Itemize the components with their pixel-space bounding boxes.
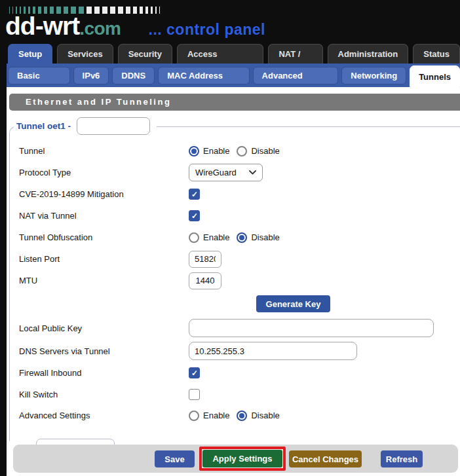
tab-services[interactable]: Services — [57, 44, 113, 64]
nat-via-tunnel-label: NAT via Tunnel — [19, 211, 189, 221]
brand-suffix: .com — [79, 18, 121, 39]
protocol-type-select[interactable]: WireGuard — [189, 164, 263, 181]
row-listen-port: Listen Port — [10, 248, 460, 270]
kill-switch-label: Kill Switch — [19, 390, 189, 399]
refresh-button[interactable]: Refresh — [381, 450, 423, 467]
firewall-inbound-label: Firewall Inbound — [19, 368, 189, 378]
tab-status[interactable]: Status — [413, 44, 460, 64]
local-public-key-label: Local Public Key — [19, 323, 189, 333]
tab-administration[interactable]: Administration — [328, 44, 409, 64]
brand-text: dd-wrt — [5, 12, 79, 41]
advanced-settings-label: Advanced Settings — [19, 411, 189, 420]
tab-nat-qos[interactable]: NAT / QoS — [268, 44, 322, 64]
tunnel-enable-option: Enable — [203, 146, 229, 156]
subtab-ddns[interactable]: DDNS — [112, 67, 155, 84]
apply-settings-button[interactable]: Apply Settings — [202, 450, 282, 467]
tunnel-label: Tunnel — [19, 146, 189, 156]
generate-key-button[interactable]: Generate Key — [256, 295, 330, 312]
row-kill-switch: Kill Switch — [10, 384, 460, 405]
advanced-enable-radio[interactable] — [189, 411, 199, 421]
listen-port-label: Listen Port — [19, 254, 189, 264]
action-bar: Save Apply Settings Cancel Changes Refre… — [13, 445, 458, 473]
save-button[interactable]: Save — [155, 450, 195, 467]
tunnel-disable-option: Disable — [251, 146, 279, 156]
tunnel-legend: Tunnel oet1 - — [14, 117, 157, 135]
tunnel-legend-label: Tunnel oet1 - — [16, 121, 71, 131]
row-protocol-type: Protocol Type WireGuard — [10, 162, 460, 183]
content: Ethernet and IP Tunneling Tunnel oet1 - … — [7, 87, 460, 476]
logo: dd-wrt .com ... control panel — [5, 12, 265, 41]
section-header: Ethernet and IP Tunneling — [9, 94, 460, 111]
row-nat-via-tunnel: NAT via Tunnel — [10, 205, 460, 227]
apply-settings-highlight: Apply Settings — [199, 447, 286, 471]
firewall-inbound-checkbox[interactable] — [189, 367, 200, 378]
local-public-key-input[interactable] — [189, 319, 434, 337]
dns-servers-label: DNS Servers via Tunnel — [19, 346, 189, 356]
row-cve-mitigation: CVE-2019-14899 Mitigation — [10, 183, 460, 205]
header: dd-wrt .com ... control panel — [0, 0, 460, 42]
cve-mitigation-label: CVE-2019-14899 Mitigation — [19, 189, 189, 199]
tunnel-enable-radio[interactable] — [189, 146, 199, 156]
advanced-disable-radio[interactable] — [237, 411, 247, 421]
subtab-networking[interactable]: Networking — [341, 67, 406, 84]
obfuscation-disable-option: Disable — [251, 232, 279, 242]
obfuscation-enable-radio[interactable] — [189, 232, 199, 243]
row-tunnel: Tunnel Enable Disable — [10, 140, 460, 162]
listen-port-input[interactable] — [189, 251, 221, 268]
tagline: ... control panel — [149, 21, 265, 39]
cancel-changes-button[interactable]: Cancel Changes — [289, 450, 362, 467]
row-advanced-settings: Advanced Settings Enable Disable — [10, 405, 460, 426]
chevron-down-icon — [249, 170, 256, 175]
row-generate-key: Generate Key — [10, 291, 460, 316]
tunnel-disable-radio[interactable] — [237, 146, 247, 156]
main-nav: SetupServicesSecurityAccess Restrictions… — [0, 42, 460, 64]
row-mtu: MTU — [10, 270, 460, 291]
dd-wrt-control-panel: dd-wrt .com ... control panel SetupServi… — [0, 0, 460, 476]
form-rows: Tunnel Enable Disable Protocol Type Wire… — [10, 127, 460, 426]
subtab-tunnels[interactable]: Tunnels — [410, 65, 460, 87]
mtu-input[interactable] — [189, 272, 221, 289]
tab-security[interactable]: Security — [118, 44, 172, 64]
tunnel-fieldset: Tunnel oet1 - Tunnel Enable Disable Prot… — [9, 126, 460, 441]
tab-setup[interactable]: Setup — [8, 44, 52, 64]
tunnel-obfuscation-label: Tunnel Obfuscation — [19, 232, 189, 242]
tab-access-restrictions[interactable]: Access Restrictions — [177, 44, 263, 64]
tunnel-name-input[interactable] — [77, 117, 150, 135]
advanced-enable-option: Enable — [203, 411, 229, 420]
mtu-label: MTU — [19, 276, 189, 285]
dns-servers-input[interactable] — [189, 342, 357, 360]
row-tunnel-obfuscation: Tunnel Obfuscation Enable Disable — [10, 227, 460, 248]
row-dns-servers: DNS Servers via Tunnel — [10, 340, 460, 362]
row-firewall-inbound: Firewall Inbound — [10, 362, 460, 384]
sub-nav: Basic SetupIPv6DDNSMAC Address CloneAdva… — [7, 64, 460, 87]
nat-via-tunnel-checkbox[interactable] — [189, 210, 200, 221]
obfuscation-enable-option: Enable — [203, 232, 229, 242]
subtab-basic-setup[interactable]: Basic Setup — [8, 67, 70, 84]
subtab-ipv6[interactable]: IPv6 — [73, 67, 109, 84]
subtab-mac-address-clone[interactable]: MAC Address Clone — [158, 67, 249, 84]
cve-mitigation-checkbox[interactable] — [189, 189, 200, 200]
protocol-type-value: WireGuard — [195, 168, 237, 177]
subtab-advanced-routing[interactable]: Advanced Routing — [253, 67, 339, 84]
row-local-public-key: Local Public Key — [10, 316, 460, 340]
obfuscation-disable-radio[interactable] — [237, 232, 247, 243]
protocol-type-label: Protocol Type — [19, 168, 189, 177]
kill-switch-checkbox[interactable] — [189, 389, 200, 400]
advanced-disable-option: Disable — [251, 411, 279, 420]
